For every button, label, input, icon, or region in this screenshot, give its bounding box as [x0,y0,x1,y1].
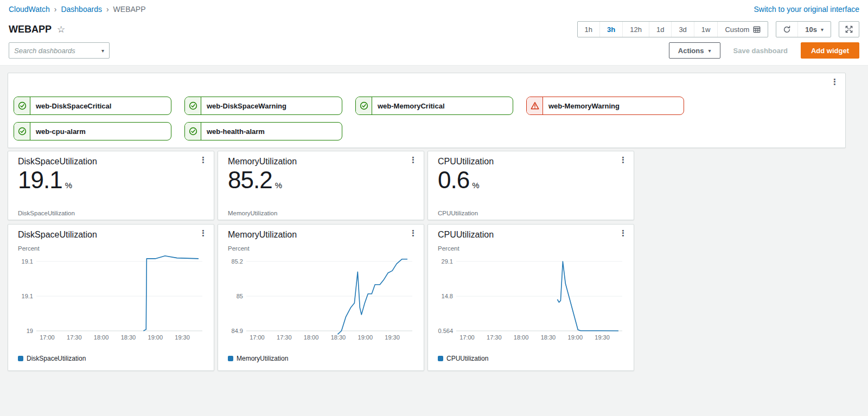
chevron-down-icon: ▾ [708,48,711,54]
refresh-interval-dropdown[interactable]: 10s ▾ [798,22,831,37]
alarm-status-widget: ⋮ web-DiskSpaceCritical [8,73,846,148]
svg-text:19:30: 19:30 [385,334,400,341]
alarm-pill-grid: web-DiskSpaceCritical web-DiskSpaceWarni… [14,97,692,140]
svg-text:17:30: 17:30 [487,334,502,341]
breadcrumb-dashboards[interactable]: Dashboards [61,5,102,14]
svg-text:14.8: 14.8 [442,293,453,299]
alarm-pill-web-health-alarm[interactable]: web-health-alarm [184,122,342,140]
ok-check-circle-icon [14,123,30,140]
svg-text:19:30: 19:30 [595,334,610,341]
time-range-1h[interactable]: 1h [578,22,599,37]
chart-legend[interactable]: MemoryUtilization [228,355,288,362]
svg-text:19:00: 19:00 [148,334,163,341]
legend-swatch [18,356,23,361]
chevron-down-icon: ▾ [101,48,104,54]
refresh-interval-value: 10s [805,25,817,34]
breadcrumb-current: WEBAPP [113,5,146,14]
alarm-name: web-MemoryCritical [372,102,445,110]
time-range-12h[interactable]: 12h [622,22,649,37]
chart-widget-diskspace: DiskSpaceUtilization ⋮ Percent 19.119.11… [8,224,214,371]
svg-text:19.1: 19.1 [22,293,33,299]
metric-number: 0.6 [438,167,469,194]
page-title: WEBAPP [9,24,52,35]
time-range-1w[interactable]: 1w [694,22,718,37]
breadcrumb: CloudWatch › Dashboards › WEBAPP [9,5,146,14]
svg-text:18:00: 18:00 [514,334,529,341]
dashboard-header: WEBAPP ☆ 1h 3h 12h 1d 3d 1w Custom [0,18,868,40]
svg-text:18:30: 18:30 [121,334,136,341]
ok-check-circle-icon [356,97,372,114]
time-range-group: 1h 3h 12h 1d 3d 1w Custom [577,21,769,37]
svg-text:19: 19 [27,328,33,334]
chart-legend[interactable]: CPUUtilization [438,355,488,362]
alarm-pill-web-diskspacecritical[interactable]: web-DiskSpaceCritical [14,97,171,115]
calendar-icon [753,25,761,33]
widget-menu-icon[interactable]: ⋮ [831,78,839,86]
chart-widget-cpu: CPUUtilization ⋮ Percent 29.114.80.56417… [427,224,634,371]
widget-title: MemoryUtilization [228,157,297,167]
svg-text:18:30: 18:30 [331,334,346,341]
svg-text:17:00: 17:00 [459,334,475,341]
alarm-pill-web-cpu-alarm[interactable]: web-cpu-alarm [14,122,171,140]
widget-title: CPUUtilization [438,230,494,240]
fullscreen-button[interactable] [839,21,859,37]
time-range-1d[interactable]: 1d [649,22,671,37]
alarm-pill-web-memorywarning[interactable]: web-MemoryWarning [526,97,684,115]
search-dashboards-box[interactable]: ▾ [9,42,110,59]
ok-check-circle-icon [185,97,201,114]
metric-value: 0.6 % [438,167,480,194]
metric-label: MemoryUtilization [228,210,277,216]
chart-widget-memory: MemoryUtilization ⋮ Percent 85.28584.917… [218,224,424,371]
svg-text:19:00: 19:00 [358,334,373,341]
refresh-controls: 10s ▾ [776,21,831,37]
save-dashboard-button[interactable]: Save dashboard [726,42,795,59]
time-range-3d[interactable]: 3d [671,22,693,37]
svg-text:17:30: 17:30 [67,334,82,341]
svg-text:18:30: 18:30 [541,334,556,341]
search-dashboards-input[interactable] [14,47,101,55]
alarm-pill-web-memorycritical[interactable]: web-MemoryCritical [355,97,513,115]
metric-value: 85.2 % [228,167,282,194]
breadcrumb-separator-icon: › [54,5,57,14]
widget-title: MemoryUtilization [228,230,297,240]
toolbar-actions: Actions ▾ Save dashboard Add widget [669,42,859,59]
metric-number: 19.1 [18,167,62,194]
chart-legend[interactable]: DiskSpaceUtilization [18,355,86,362]
svg-text:0.564: 0.564 [438,328,453,334]
ok-check-circle-icon [185,123,201,140]
breadcrumb-cloudwatch[interactable]: CloudWatch [9,5,50,14]
refresh-button[interactable] [776,22,798,37]
legend-swatch [228,356,233,361]
svg-text:19:00: 19:00 [568,334,583,341]
alarm-name: web-DiskSpaceCritical [30,102,111,110]
widget-menu-icon[interactable]: ⋮ [619,156,627,164]
alarm-pill-web-diskspacewarning[interactable]: web-DiskSpaceWarning [184,97,342,115]
add-widget-button[interactable]: Add widget [801,42,859,59]
widget-menu-icon[interactable]: ⋮ [199,229,207,237]
alarm-name: web-health-alarm [201,127,265,136]
svg-text:84.9: 84.9 [232,328,243,334]
widget-menu-icon[interactable]: ⋮ [199,156,207,164]
time-range-3h[interactable]: 3h [599,22,622,37]
metric-value: 19.1 % [18,167,72,194]
number-widget-memory: MemoryUtilization ⋮ 85.2 % MemoryUtiliza… [218,151,424,220]
alarm-name: web-MemoryWarning [543,102,620,110]
legend-label: CPUUtilization [446,355,488,362]
metric-unit: % [472,181,479,190]
widget-menu-icon[interactable]: ⋮ [409,156,417,164]
favorite-star-icon[interactable]: ☆ [57,24,65,35]
widget-title: DiskSpaceUtilization [18,230,97,240]
custom-range-label: Custom [725,25,749,34]
time-range-custom[interactable]: Custom [717,22,768,37]
widget-menu-icon[interactable]: ⋮ [619,229,627,237]
svg-text:29.1: 29.1 [442,258,453,265]
switch-interface-link[interactable]: Switch to your original interface [754,5,859,14]
svg-text:17:00: 17:00 [40,334,55,341]
legend-label: DiskSpaceUtilization [27,355,86,362]
actions-button[interactable]: Actions ▾ [669,42,720,59]
chevron-down-icon: ▾ [821,27,824,33]
alarm-warning-triangle-icon [527,97,543,114]
breadcrumb-bar: CloudWatch › Dashboards › WEBAPP Switch … [0,0,868,18]
widget-menu-icon[interactable]: ⋮ [409,229,417,237]
breadcrumb-separator-icon: › [106,5,109,14]
